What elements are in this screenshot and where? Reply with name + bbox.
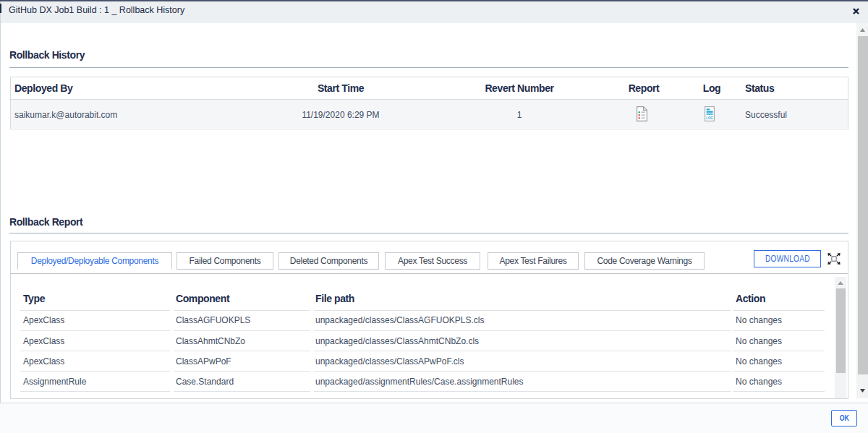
svg-text:LOG: LOG [706,116,713,120]
